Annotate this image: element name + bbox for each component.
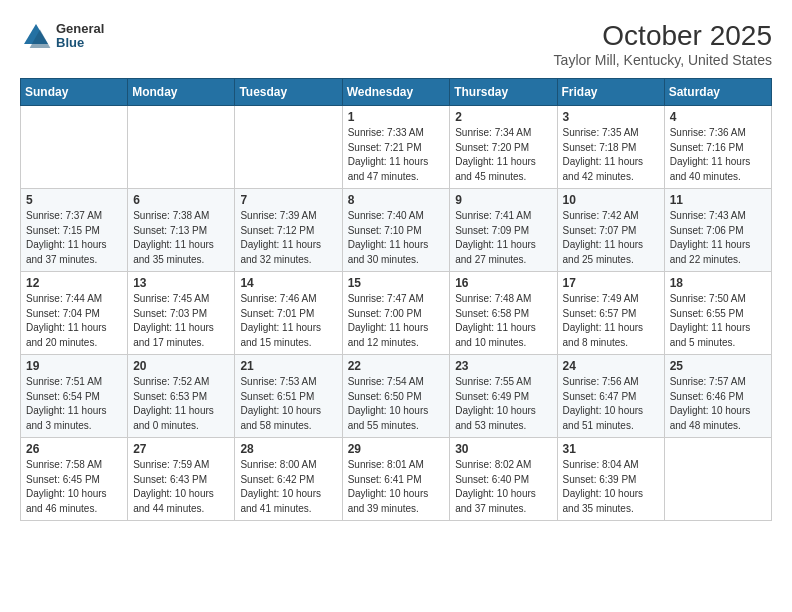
- calendar-body: 1Sunrise: 7:33 AM Sunset: 7:21 PM Daylig…: [21, 106, 772, 521]
- day-header-friday: Friday: [557, 79, 664, 106]
- day-cell-8: 8Sunrise: 7:40 AM Sunset: 7:10 PM Daylig…: [342, 189, 450, 272]
- day-cell-30: 30Sunrise: 8:02 AM Sunset: 6:40 PM Dayli…: [450, 438, 557, 521]
- day-header-thursday: Thursday: [450, 79, 557, 106]
- week-row-1: 5Sunrise: 7:37 AM Sunset: 7:15 PM Daylig…: [21, 189, 772, 272]
- day-number: 9: [455, 193, 551, 207]
- week-row-2: 12Sunrise: 7:44 AM Sunset: 7:04 PM Dayli…: [21, 272, 772, 355]
- day-cell-19: 19Sunrise: 7:51 AM Sunset: 6:54 PM Dayli…: [21, 355, 128, 438]
- day-info: Sunrise: 7:57 AM Sunset: 6:46 PM Dayligh…: [670, 375, 766, 433]
- title-block: October 2025 Taylor Mill, Kentucky, Unit…: [554, 20, 772, 68]
- day-number: 20: [133, 359, 229, 373]
- day-cell-3: 3Sunrise: 7:35 AM Sunset: 7:18 PM Daylig…: [557, 106, 664, 189]
- day-number: 13: [133, 276, 229, 290]
- day-number: 5: [26, 193, 122, 207]
- day-number: 28: [240, 442, 336, 456]
- day-number: 2: [455, 110, 551, 124]
- week-row-4: 26Sunrise: 7:58 AM Sunset: 6:45 PM Dayli…: [21, 438, 772, 521]
- day-number: 11: [670, 193, 766, 207]
- day-info: Sunrise: 7:40 AM Sunset: 7:10 PM Dayligh…: [348, 209, 445, 267]
- day-number: 25: [670, 359, 766, 373]
- day-info: Sunrise: 7:35 AM Sunset: 7:18 PM Dayligh…: [563, 126, 659, 184]
- week-row-3: 19Sunrise: 7:51 AM Sunset: 6:54 PM Dayli…: [21, 355, 772, 438]
- calendar-header: SundayMondayTuesdayWednesdayThursdayFrid…: [21, 79, 772, 106]
- day-info: Sunrise: 7:56 AM Sunset: 6:47 PM Dayligh…: [563, 375, 659, 433]
- empty-cell: [128, 106, 235, 189]
- day-cell-16: 16Sunrise: 7:48 AM Sunset: 6:58 PM Dayli…: [450, 272, 557, 355]
- day-number: 26: [26, 442, 122, 456]
- day-cell-31: 31Sunrise: 8:04 AM Sunset: 6:39 PM Dayli…: [557, 438, 664, 521]
- day-number: 12: [26, 276, 122, 290]
- day-cell-13: 13Sunrise: 7:45 AM Sunset: 7:03 PM Dayli…: [128, 272, 235, 355]
- day-cell-20: 20Sunrise: 7:52 AM Sunset: 6:53 PM Dayli…: [128, 355, 235, 438]
- day-number: 21: [240, 359, 336, 373]
- day-info: Sunrise: 7:47 AM Sunset: 7:00 PM Dayligh…: [348, 292, 445, 350]
- day-info: Sunrise: 7:51 AM Sunset: 6:54 PM Dayligh…: [26, 375, 122, 433]
- logo: General Blue: [20, 20, 104, 52]
- day-info: Sunrise: 7:36 AM Sunset: 7:16 PM Dayligh…: [670, 126, 766, 184]
- day-info: Sunrise: 7:48 AM Sunset: 6:58 PM Dayligh…: [455, 292, 551, 350]
- page-subtitle: Taylor Mill, Kentucky, United States: [554, 52, 772, 68]
- day-number: 30: [455, 442, 551, 456]
- day-number: 3: [563, 110, 659, 124]
- day-info: Sunrise: 7:55 AM Sunset: 6:49 PM Dayligh…: [455, 375, 551, 433]
- day-cell-25: 25Sunrise: 7:57 AM Sunset: 6:46 PM Dayli…: [664, 355, 771, 438]
- day-header-saturday: Saturday: [664, 79, 771, 106]
- day-cell-12: 12Sunrise: 7:44 AM Sunset: 7:04 PM Dayli…: [21, 272, 128, 355]
- day-cell-23: 23Sunrise: 7:55 AM Sunset: 6:49 PM Dayli…: [450, 355, 557, 438]
- logo-text: General Blue: [56, 22, 104, 51]
- week-row-0: 1Sunrise: 7:33 AM Sunset: 7:21 PM Daylig…: [21, 106, 772, 189]
- day-number: 31: [563, 442, 659, 456]
- day-number: 4: [670, 110, 766, 124]
- empty-cell: [235, 106, 342, 189]
- day-number: 23: [455, 359, 551, 373]
- day-cell-10: 10Sunrise: 7:42 AM Sunset: 7:07 PM Dayli…: [557, 189, 664, 272]
- day-number: 19: [26, 359, 122, 373]
- calendar-table: SundayMondayTuesdayWednesdayThursdayFrid…: [20, 78, 772, 521]
- logo-general: General: [56, 22, 104, 36]
- day-cell-27: 27Sunrise: 7:59 AM Sunset: 6:43 PM Dayli…: [128, 438, 235, 521]
- day-cell-15: 15Sunrise: 7:47 AM Sunset: 7:00 PM Dayli…: [342, 272, 450, 355]
- day-info: Sunrise: 7:38 AM Sunset: 7:13 PM Dayligh…: [133, 209, 229, 267]
- day-info: Sunrise: 7:46 AM Sunset: 7:01 PM Dayligh…: [240, 292, 336, 350]
- day-cell-17: 17Sunrise: 7:49 AM Sunset: 6:57 PM Dayli…: [557, 272, 664, 355]
- day-cell-2: 2Sunrise: 7:34 AM Sunset: 7:20 PM Daylig…: [450, 106, 557, 189]
- days-of-week-row: SundayMondayTuesdayWednesdayThursdayFrid…: [21, 79, 772, 106]
- day-info: Sunrise: 7:33 AM Sunset: 7:21 PM Dayligh…: [348, 126, 445, 184]
- day-info: Sunrise: 8:00 AM Sunset: 6:42 PM Dayligh…: [240, 458, 336, 516]
- day-cell-1: 1Sunrise: 7:33 AM Sunset: 7:21 PM Daylig…: [342, 106, 450, 189]
- day-cell-22: 22Sunrise: 7:54 AM Sunset: 6:50 PM Dayli…: [342, 355, 450, 438]
- day-info: Sunrise: 7:44 AM Sunset: 7:04 PM Dayligh…: [26, 292, 122, 350]
- day-info: Sunrise: 7:43 AM Sunset: 7:06 PM Dayligh…: [670, 209, 766, 267]
- day-info: Sunrise: 7:53 AM Sunset: 6:51 PM Dayligh…: [240, 375, 336, 433]
- day-info: Sunrise: 7:41 AM Sunset: 7:09 PM Dayligh…: [455, 209, 551, 267]
- day-header-tuesday: Tuesday: [235, 79, 342, 106]
- day-info: Sunrise: 7:34 AM Sunset: 7:20 PM Dayligh…: [455, 126, 551, 184]
- day-number: 29: [348, 442, 445, 456]
- day-cell-6: 6Sunrise: 7:38 AM Sunset: 7:13 PM Daylig…: [128, 189, 235, 272]
- day-number: 7: [240, 193, 336, 207]
- day-cell-29: 29Sunrise: 8:01 AM Sunset: 6:41 PM Dayli…: [342, 438, 450, 521]
- day-header-sunday: Sunday: [21, 79, 128, 106]
- day-number: 22: [348, 359, 445, 373]
- logo-icon: [20, 20, 52, 52]
- day-number: 16: [455, 276, 551, 290]
- day-info: Sunrise: 8:02 AM Sunset: 6:40 PM Dayligh…: [455, 458, 551, 516]
- day-cell-9: 9Sunrise: 7:41 AM Sunset: 7:09 PM Daylig…: [450, 189, 557, 272]
- day-cell-21: 21Sunrise: 7:53 AM Sunset: 6:51 PM Dayli…: [235, 355, 342, 438]
- day-info: Sunrise: 7:39 AM Sunset: 7:12 PM Dayligh…: [240, 209, 336, 267]
- day-number: 8: [348, 193, 445, 207]
- day-number: 10: [563, 193, 659, 207]
- day-cell-7: 7Sunrise: 7:39 AM Sunset: 7:12 PM Daylig…: [235, 189, 342, 272]
- day-number: 6: [133, 193, 229, 207]
- day-cell-14: 14Sunrise: 7:46 AM Sunset: 7:01 PM Dayli…: [235, 272, 342, 355]
- day-cell-5: 5Sunrise: 7:37 AM Sunset: 7:15 PM Daylig…: [21, 189, 128, 272]
- day-header-wednesday: Wednesday: [342, 79, 450, 106]
- day-cell-28: 28Sunrise: 8:00 AM Sunset: 6:42 PM Dayli…: [235, 438, 342, 521]
- day-info: Sunrise: 7:59 AM Sunset: 6:43 PM Dayligh…: [133, 458, 229, 516]
- page-header: General Blue October 2025 Taylor Mill, K…: [20, 20, 772, 68]
- day-info: Sunrise: 8:04 AM Sunset: 6:39 PM Dayligh…: [563, 458, 659, 516]
- day-cell-26: 26Sunrise: 7:58 AM Sunset: 6:45 PM Dayli…: [21, 438, 128, 521]
- day-number: 27: [133, 442, 229, 456]
- page-title: October 2025: [554, 20, 772, 52]
- day-info: Sunrise: 7:42 AM Sunset: 7:07 PM Dayligh…: [563, 209, 659, 267]
